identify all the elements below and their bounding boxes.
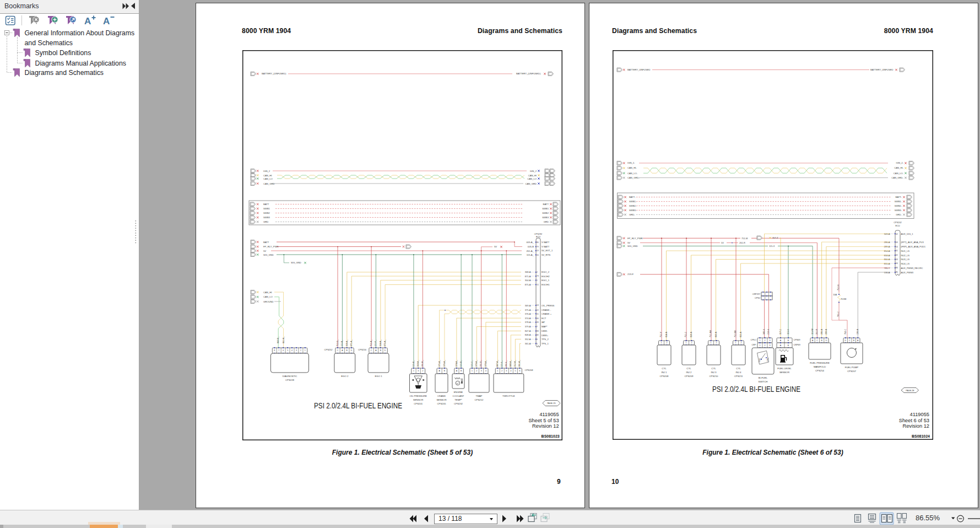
svg-text:2: 2 [501,370,502,372]
svg-text:86: 86 [896,267,898,269]
svg-text:SWB1: SWB1 [263,207,270,210]
svg-text:INJ1_LS: INJ1_LS [901,250,910,252]
svg-text:BATT: BATT [543,203,549,206]
svg-text:369-A_: 369-A_ [346,339,348,346]
svg-text:CAN_LO-: CAN_LO- [894,172,904,175]
svg-text:8: 8 [274,349,275,352]
svg-text:SWB2-: SWB2- [629,204,637,207]
svg-text:CYL: CYL [711,367,716,370]
svg-text:EGO_1: EGO_1 [542,279,550,282]
svg-text:TEMP*: TEMP* [454,398,462,401]
svg-text:7: 7 [278,349,279,352]
svg-text:1: 1 [537,279,538,282]
svg-text:BI-FUEL: BI-FUEL [759,376,768,379]
svg-text:CYL: CYL [686,367,691,370]
svg-text:5V: 5V [263,250,266,252]
svg-text:304-A: 304-A [525,279,531,282]
svg-text:855-A: 855-A [740,331,742,337]
svg-text:39: 39 [537,321,539,324]
svg-text:CPS.1: CPS.1 [751,339,756,341]
svg-text:115-B_: 115-B_ [341,340,343,347]
svg-text:CPS254: CPS254 [815,369,825,372]
svg-text:BATT-: BATT- [629,196,636,198]
svg-text:FP_RLY_PWR: FP_RLY_PWR [627,237,643,240]
svg-text:6: 6 [537,338,538,341]
svg-text:OIL PRESSURE: OIL PRESSURE [409,395,427,397]
svg-text:PAGE-2D: PAGE-2D [547,402,556,405]
svg-text:261-A_: 261-A_ [526,250,534,252]
svg-text:376-A: 376-A [525,313,531,315]
svg-text:ECT: ECT [542,317,546,320]
svg-text:64: 64 [896,262,898,265]
svg-text:768-C: 768-C [844,328,847,335]
svg-text:115-E_: 115-E_ [413,360,415,367]
svg-text:OIL_PRESS: OIL_PRESS [542,304,554,307]
svg-text:INJ 1: INJ 1 [661,371,667,374]
svg-text:374-A: 374-A [525,317,531,320]
svg-text:Revision 12: Revision 12 [532,423,559,429]
svg-text:751-Y: 751-Y [660,331,662,337]
svg-text:SIG_GND: SIG_GND [627,245,638,247]
svg-text:875-A: 875-A [525,283,531,286]
svg-text:SENSOR: SENSOR [779,371,789,374]
svg-text:Diagrams and Schematics: Diagrams and Schematics [25,69,104,77]
svg-text:V BATT: V BATT [542,245,550,248]
svg-text:BATT-: BATT- [895,196,902,198]
svg-text:3: 3 [506,370,507,372]
svg-text:374-A_: 374-A_ [456,359,458,367]
svg-text:1: 1 [305,349,306,352]
svg-text:4: 4 [291,349,293,352]
svg-text:352-A: 352-A [525,338,531,341]
svg-text:EGOH2: EGOH2 [542,275,550,278]
svg-text:EGO 1: EGO 1 [375,375,382,378]
svg-text:361-A_: 361-A_ [518,359,521,367]
svg-text:751-A_: 751-A_ [370,339,372,346]
svg-text:2: 2 [765,340,766,342]
svg-text:378-A_: 378-A_ [485,359,487,367]
svg-text:A: A [103,16,110,26]
svg-text:352-A_: 352-A_ [514,359,516,367]
svg-text:115-A_: 115-A_ [527,254,534,256]
svg-text:CPS208: CPS208 [659,375,669,378]
svg-text:SENSOR: SENSOR [413,398,423,401]
svg-text:Symbol Definitions: Symbol Definitions [35,49,91,57]
svg-text:875-A_: 875-A_ [384,339,386,346]
svg-text:CAN_HI: CAN_HI [263,174,272,177]
svg-text:INJ 4: INJ 4 [735,371,741,374]
svg-text:5V: 5V [721,241,724,244]
svg-text:BATT: BATT [263,203,269,206]
svg-text:BS081023: BS081023 [542,434,560,438]
svg-text:2: 2 [667,342,668,344]
svg-text:TPS_2: TPS_2 [542,338,549,341]
svg-text:379-A_: 379-A_ [475,359,478,367]
svg-text:CPS69: CPS69 [794,339,800,341]
svg-text:22: 22 [537,309,539,311]
svg-text:SIG_GND: SIG_GND [291,261,301,264]
svg-text:005-B: 005-B [528,245,534,248]
svg-text:364-A_: 364-A_ [380,339,382,346]
svg-text:FUEL PRESSURE: FUEL PRESSURE [810,362,830,364]
svg-text:005-A_: 005-A_ [526,241,534,244]
svg-text:115-D_: 115-D_ [460,359,462,367]
svg-text:375-A_: 375-A_ [438,359,441,367]
svg-text:369-A: 369-A [525,304,531,307]
svg-text:5V: 5V [494,245,497,248]
svg-text:3: 3 [481,370,482,372]
svg-text:BATTERY_(UNFUSED): BATTERY_(UNFUSED) [516,72,541,75]
svg-text:751-AA: 751-AA [710,330,712,337]
svg-text:82: 82 [537,334,539,336]
svg-text:848-A: 848-A [525,333,531,336]
svg-text:CAN_HI-: CAN_HI- [627,166,637,169]
svg-text:EGO 2: EGO 2 [341,375,349,378]
svg-text:357-Z: 357-Z [779,328,782,335]
svg-text:261-L_: 261-L_ [505,360,507,367]
svg-text:TPS_1: TPS_1 [542,342,549,345]
svg-text:115-L_: 115-L_ [501,360,503,367]
svg-text:2: 2 [300,349,301,352]
svg-text:SWB1-: SWB1- [629,200,637,203]
svg-text:1: 1 [760,344,761,347]
svg-text:BATT: BATT [263,241,269,244]
svg-text:49: 49 [896,241,898,244]
svg-text:5V: 5V [627,241,630,244]
svg-text:871-A: 871-A [525,275,531,278]
